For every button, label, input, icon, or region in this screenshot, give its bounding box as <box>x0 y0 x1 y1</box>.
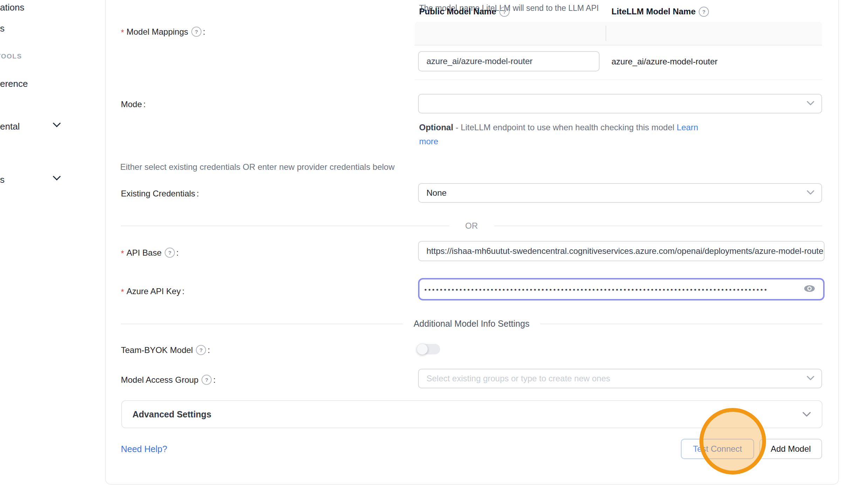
required-asterisk: * <box>121 247 124 258</box>
help-icon[interactable]: ? <box>196 345 206 355</box>
required-asterisk: * <box>121 26 124 37</box>
advanced-settings-label: Advanced Settings <box>132 409 211 420</box>
azure-api-key-label: * Azure API Key : <box>121 285 184 297</box>
help-icon[interactable]: ? <box>499 7 510 17</box>
column-litellm-model-name: LiteLLM Model Name ? <box>611 0 709 23</box>
chevron-down-icon <box>807 376 814 381</box>
mode-select[interactable] <box>418 94 822 113</box>
help-icon[interactable]: ? <box>191 27 201 37</box>
required-asterisk: * <box>121 285 124 297</box>
mode-help-text: Optional - LiteLLM endpoint to use when … <box>419 120 710 148</box>
help-icon[interactable]: ? <box>165 248 175 258</box>
sidebar-item-ental[interactable]: ental <box>0 121 20 132</box>
chevron-down-icon <box>807 101 814 106</box>
api-base-label: * API Base ? : <box>121 247 179 258</box>
add-model-button[interactable]: Add Model <box>759 439 822 459</box>
existing-credentials-select[interactable]: None <box>418 183 822 203</box>
need-help-link[interactable]: Need Help? <box>121 444 167 454</box>
or-divider: OR <box>121 221 822 231</box>
help-icon[interactable]: ? <box>201 375 212 385</box>
column-public-model-name: Public Model Name ? <box>419 0 510 23</box>
sidebar-item-s2[interactable]: s <box>0 174 5 185</box>
azure-api-key-input[interactable]: ••••••••••••••••••••••••••••••••••••••••… <box>418 278 825 300</box>
table-row-separator <box>415 79 822 80</box>
model-access-group-label: Model Access Group ? : <box>121 375 216 385</box>
additional-settings-divider: Additional Model Info Settings <box>121 319 822 329</box>
add-model-page: { "ui": { "colon": ":", "required_mark":… <box>0 0 868 485</box>
sidebar-section-tools: TOOLS <box>0 53 22 60</box>
team-byok-label: Team-BYOK Model ? : <box>121 345 210 355</box>
litellm-model-name-value: azure_ai/azure-model-router <box>611 57 718 67</box>
chevron-down-icon[interactable] <box>53 173 61 181</box>
model-access-group-select[interactable]: Select existing groups or type to create… <box>418 369 822 388</box>
eye-icon[interactable] <box>804 284 815 295</box>
public-model-name-input[interactable]: azure_ai/azure-model-router <box>418 51 600 71</box>
model-mappings-label: * Model Mappings ? : <box>121 26 205 37</box>
help-icon[interactable]: ? <box>699 7 709 17</box>
credentials-note: Either select existing credentials OR en… <box>120 162 395 172</box>
sidebar-item-s1[interactable]: s <box>0 23 5 34</box>
click-highlight-circle <box>699 408 766 474</box>
team-byok-toggle[interactable] <box>418 344 440 354</box>
sidebar-item-erence[interactable]: erence <box>0 78 28 89</box>
model-mappings-table-header <box>415 22 822 46</box>
column-divider <box>606 26 606 41</box>
chevron-down-icon <box>807 190 814 195</box>
existing-credentials-label: Existing Credentials : <box>121 189 199 199</box>
chevron-down-icon[interactable] <box>53 119 61 127</box>
chevron-down-icon <box>802 411 811 417</box>
toggle-knob <box>417 344 428 355</box>
masked-key-value: ••••••••••••••••••••••••••••••••••••••••… <box>424 285 768 294</box>
mode-label: Mode : <box>121 99 146 109</box>
sidebar-item-ations[interactable]: ations <box>0 2 24 13</box>
api-base-input[interactable]: https://ishaa-mh6uutut-swedencentral.cog… <box>418 241 825 261</box>
